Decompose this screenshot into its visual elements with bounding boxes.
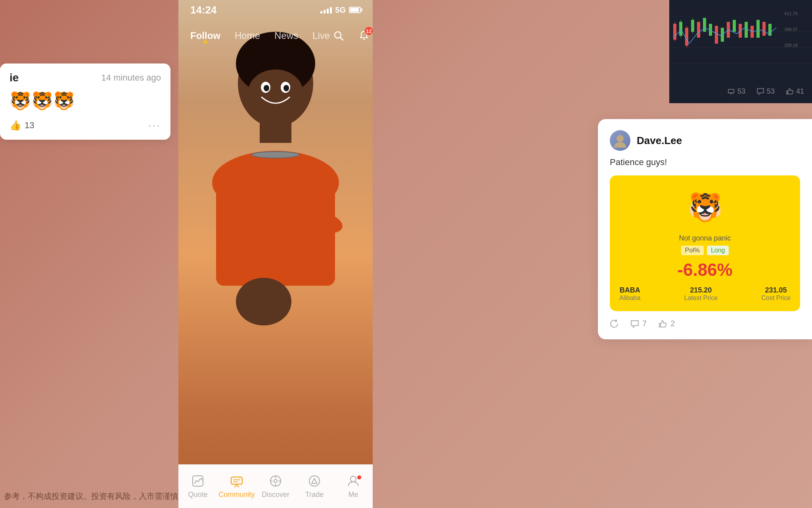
left-card-timestamp: 14 minutes ago: [102, 73, 161, 83]
svg-rect-54: [745, 22, 748, 38]
more-options-icon[interactable]: ···: [148, 119, 161, 132]
dave-lee-card: Dave.Lee Patience guys! 🐯 Not gonna pani…: [598, 119, 812, 339]
svg-point-9: [248, 69, 303, 117]
svg-rect-46: [697, 22, 700, 38]
svg-rect-61: [659, 323, 661, 327]
stock-card-tags: Pol% Long: [619, 246, 791, 255]
thumbs-up-icon: [786, 87, 794, 95]
svg-rect-57: [762, 22, 766, 36]
svg-text:411.79: 411.79: [784, 11, 798, 16]
dave-message-text: Patience guys!: [610, 157, 800, 167]
tab-discover[interactable]: Discover: [256, 474, 295, 499]
dave-card-header: Dave.Lee: [610, 130, 800, 151]
svg-point-8: [236, 278, 291, 325]
dave-comment-action[interactable]: 7: [630, 319, 647, 328]
chart-like-item: 41: [786, 87, 804, 96]
signal-bar-3: [327, 9, 329, 13]
community-icon: [230, 474, 244, 488]
disclaimer-text: 参考，不构成投资建议。投资有风险，入市需谨慎。: [4, 491, 186, 502]
left-card-username: ie: [10, 71, 19, 84]
svg-point-12: [264, 85, 269, 91]
tag-long: Long: [707, 246, 729, 255]
nav-tab-news[interactable]: News: [274, 30, 298, 41]
dave-avatar: [610, 130, 630, 151]
latest-price-value: 215.20: [684, 286, 718, 294]
svg-rect-47: [703, 18, 706, 32]
nav-tab-follow[interactable]: Follow: [190, 30, 220, 41]
signal-bar-2: [324, 10, 326, 13]
nav-action-icons: 12: [330, 27, 373, 44]
svg-text:398.37: 398.37: [784, 27, 798, 32]
svg-rect-2: [260, 119, 291, 143]
person-figure: [192, 32, 359, 389]
cost-price-item: 231.05 Cost Price: [761, 286, 791, 303]
thumbs-up-icon: 👍: [10, 120, 21, 131]
tab-me-label: Me: [348, 491, 358, 499]
battery-fill: [350, 8, 359, 12]
reply-icon: [727, 87, 735, 95]
svg-rect-18: [231, 477, 242, 484]
svg-point-13: [283, 85, 289, 91]
tab-quote[interactable]: Quote: [178, 474, 217, 499]
right-area: 411.79 398.37 339.18: [389, 0, 812, 508]
svg-point-29: [350, 476, 356, 482]
status-icons: 5G: [320, 6, 361, 15]
dave-refresh-action[interactable]: [610, 319, 619, 328]
dave-like-action[interactable]: 2: [659, 319, 675, 328]
cost-price-value: 231.05: [761, 286, 791, 294]
svg-rect-56: [756, 20, 760, 38]
discover-icon: [268, 474, 283, 488]
trade-icon: [307, 474, 322, 488]
tab-community-label: Community: [218, 491, 255, 499]
svg-rect-52: [733, 20, 736, 32]
phone-screen: 14:24 5G Follow Home News Live: [178, 0, 373, 508]
chart-comment-count: 53: [767, 87, 775, 96]
stock-mascot-icon: 🐯: [681, 183, 729, 231]
stock-details: BABA Alibaba 215.20 Latest Price 231.05 …: [619, 286, 791, 303]
tag-pol: Pol%: [681, 246, 704, 255]
tab-trade[interactable]: Trade: [295, 474, 334, 499]
svg-point-7: [252, 152, 299, 158]
svg-point-60: [617, 135, 624, 142]
svg-rect-17: [193, 476, 203, 486]
left-post-card: ie 14 minutes ago 🐯🐯🐯 👍 13 ···: [0, 64, 170, 140]
left-card-footer: 👍 13 ···: [10, 119, 161, 132]
svg-point-27: [309, 476, 320, 486]
latest-price-item: 215.20 Latest Price: [684, 286, 718, 303]
svg-rect-59: [787, 91, 788, 94]
chart-reply-item: 53: [727, 87, 745, 96]
search-button[interactable]: [330, 27, 347, 44]
network-type-label: 5G: [335, 6, 346, 15]
svg-point-22: [274, 479, 277, 483]
me-notification-dot: [357, 475, 361, 479]
cost-price-label: Cost Price: [761, 294, 791, 302]
me-icon: [346, 474, 360, 488]
left-card-likes: 👍 13: [10, 120, 34, 131]
nav-tab-live[interactable]: Live: [312, 30, 330, 41]
left-card-header: ie 14 minutes ago: [10, 71, 161, 84]
comment-icon: [630, 319, 639, 328]
video-background: [178, 0, 373, 508]
comment-icon: [756, 87, 764, 95]
stock-card-title: Not gonna panic: [619, 234, 791, 242]
notification-count: 12: [365, 27, 373, 35]
latest-price-label: Latest Price: [684, 294, 718, 302]
tab-trade-label: Trade: [305, 491, 324, 499]
left-card-emojis: 🐯🐯🐯: [10, 90, 161, 111]
stock-percent-change: -6.86%: [619, 260, 791, 280]
battery-icon: [349, 7, 361, 13]
stock-full-name: Alibaba: [619, 294, 640, 302]
search-icon: [333, 31, 344, 41]
status-bar: 14:24 5G: [178, 0, 373, 20]
quote-icon: [191, 474, 205, 488]
svg-rect-49: [715, 26, 718, 44]
nav-tab-home[interactable]: Home: [235, 30, 260, 41]
notification-button[interactable]: 12: [355, 27, 373, 44]
signal-bar-1: [320, 11, 322, 13]
thumbs-up-icon: [659, 319, 667, 328]
tab-community[interactable]: Community: [217, 474, 256, 499]
dave-card-footer: 7 2: [610, 319, 800, 328]
chart-interactions: 53 53 41: [669, 79, 812, 103]
tab-me[interactable]: Me: [334, 474, 373, 499]
stock-chart-svg: 411.79 398.37 339.18: [669, 0, 812, 79]
